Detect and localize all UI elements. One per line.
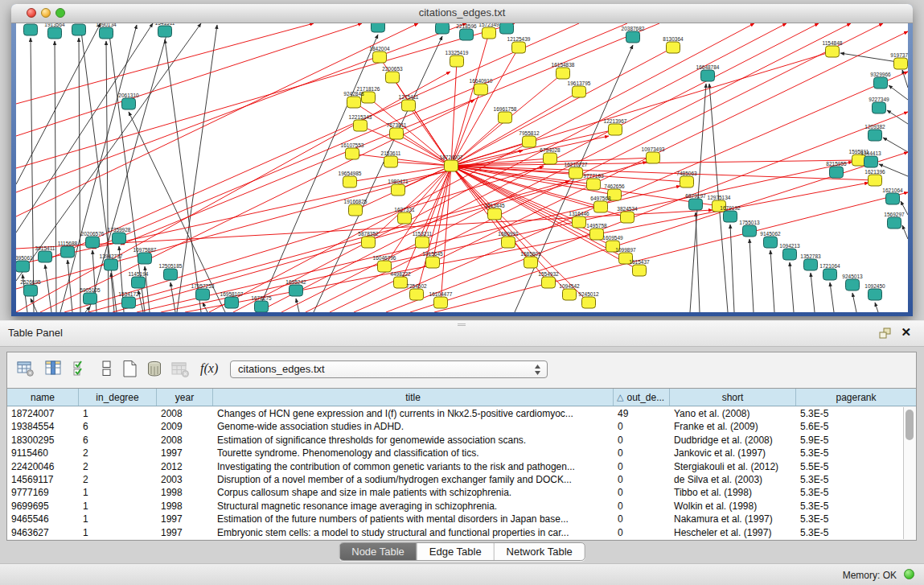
cell-title[interactable]: Estimation of significance thresholds fo…: [213, 434, 614, 447]
graph-node[interactable]: [573, 216, 586, 228]
cell-in_degree[interactable]: 1: [79, 513, 157, 525]
cell-title[interactable]: Estimation of the future numbers of pati…: [213, 513, 614, 525]
graph-node[interactable]: [743, 225, 757, 237]
cell-name[interactable]: 18724007: [7, 407, 79, 420]
cell-title[interactable]: Disruption of a novel member of a sodium…: [213, 473, 614, 486]
cell-name[interactable]: 19384554: [7, 420, 79, 433]
tab-edge-table[interactable]: Edge Table: [417, 543, 495, 560]
graph-node[interactable]: [164, 269, 178, 280]
graph-node[interactable]: [823, 269, 837, 280]
graph-node[interactable]: [626, 31, 640, 43]
graph-edge[interactable]: [434, 192, 908, 312]
graph-node[interactable]: [122, 297, 136, 308]
cell-short[interactable]: Franke et al. (2009): [670, 420, 796, 433]
graph-edge[interactable]: [177, 25, 217, 312]
graph-node[interactable]: [556, 68, 570, 79]
table-row[interactable]: 977716911998Corpus callosum shape and si…: [7, 486, 904, 499]
cell-out_degree[interactable]: 0: [614, 447, 670, 459]
graph-node[interactable]: [410, 289, 424, 300]
graph-edge[interactable]: [749, 239, 754, 312]
cell-title[interactable]: Structural magnetic resonance image aver…: [213, 500, 614, 513]
graph-edge[interactable]: [296, 299, 299, 312]
cell-year[interactable]: 1998: [157, 486, 213, 499]
graph-node[interactable]: [378, 261, 392, 272]
cell-in_degree[interactable]: 2: [79, 460, 157, 473]
graph-node[interactable]: [434, 297, 448, 308]
graph-node[interactable]: [689, 199, 703, 210]
graph-node[interactable]: [398, 212, 412, 224]
cell-short[interactable]: Wolkin et al. (1998): [670, 500, 796, 513]
graph-node[interactable]: [16, 261, 30, 272]
graph-node[interactable]: [633, 265, 647, 276]
cell-pagerank[interactable]: 5.9E-5: [796, 434, 904, 447]
graph-node[interactable]: [826, 46, 840, 57]
graph-node[interactable]: [864, 156, 878, 167]
table-row[interactable]: 1938455462009Genome-wide association stu…: [7, 420, 904, 433]
graph-node[interactable]: [594, 201, 608, 212]
graph-node[interactable]: [846, 279, 860, 290]
cell-out_degree[interactable]: 0: [614, 526, 670, 539]
graph-node[interactable]: [354, 120, 368, 131]
graph-edge[interactable]: [830, 282, 834, 312]
cell-short[interactable]: Jankovic et al. (1997): [670, 447, 796, 459]
graph-node[interactable]: [39, 251, 52, 262]
cell-year[interactable]: 2003: [157, 473, 213, 486]
graph-node[interactable]: [460, 29, 474, 40]
cell-short[interactable]: de Silva et al. (2003): [670, 473, 796, 486]
close-panel-icon[interactable]: ✕: [901, 325, 911, 340]
cell-pagerank[interactable]: 5.3E-5: [796, 500, 904, 513]
graph-node[interactable]: [61, 246, 75, 257]
graph-node[interactable]: [372, 23, 385, 32]
cell-year[interactable]: 2012: [157, 460, 213, 473]
graph-node[interactable]: [416, 237, 429, 248]
graph-node[interactable]: [869, 175, 882, 186]
cell-pagerank[interactable]: 5.3E-5: [796, 486, 904, 499]
graph-node[interactable]: [830, 167, 844, 178]
panel-resize-grip[interactable]: [458, 323, 466, 328]
graph-node[interactable]: [502, 237, 515, 248]
table-row[interactable]: 969969511998Structural magnetic resonanc…: [7, 500, 904, 513]
graph-node[interactable]: [569, 167, 583, 179]
graph-edge[interactable]: [170, 282, 175, 312]
cell-in_degree[interactable]: 1: [79, 500, 157, 513]
graph-edge[interactable]: [203, 303, 207, 312]
cell-title[interactable]: Embryonic stem cells: a model to study s…: [213, 526, 614, 539]
cell-short[interactable]: Yano et al. (2008): [670, 407, 796, 420]
cell-year[interactable]: 1997: [157, 526, 213, 539]
cell-year[interactable]: 2008: [157, 434, 213, 447]
graph-edge[interactable]: [16, 23, 515, 168]
scrollbar-thumb[interactable]: [906, 410, 914, 440]
table-row[interactable]: 1456911722003Disruption of a novel membe…: [7, 473, 904, 486]
float-panel-icon[interactable]: [879, 328, 892, 343]
table-source-dropdown[interactable]: citations_edges.txt: [230, 360, 548, 378]
graph-node[interactable]: [680, 176, 694, 187]
table-row[interactable]: 2242004622012Investigating the contribut…: [7, 460, 904, 473]
cell-out_degree[interactable]: 0: [614, 420, 670, 433]
graph-edge[interactable]: [31, 38, 34, 312]
cell-pagerank[interactable]: 5.3E-5: [796, 473, 904, 486]
graph-node[interactable]: [512, 42, 526, 53]
tab-network-table[interactable]: Network Table: [495, 543, 585, 560]
cell-name[interactable]: 9465546: [7, 513, 79, 525]
graph-node[interactable]: [138, 253, 152, 264]
graph-edge[interactable]: [852, 293, 856, 312]
table-row[interactable]: 1830029562008Estimation of significance …: [7, 434, 904, 447]
column-header-name[interactable]: name: [7, 389, 79, 406]
cell-pagerank[interactable]: 5.5E-5: [796, 460, 904, 473]
cell-short[interactable]: Stergiakouli et al. (2012): [670, 460, 796, 473]
graph-node[interactable]: [84, 293, 97, 304]
cell-short[interactable]: Tibbo et al. (1998): [670, 486, 796, 499]
cell-year[interactable]: 1997: [157, 513, 213, 525]
select-columns-icon[interactable]: [73, 360, 91, 381]
graph-node[interactable]: [384, 156, 398, 167]
graph-node[interactable]: [343, 176, 357, 187]
cell-out_degree[interactable]: 49: [614, 407, 670, 420]
cell-name[interactable]: 18300295: [7, 434, 79, 447]
new-table-icon[interactable]: [121, 360, 140, 382]
window-titlebar[interactable]: citations_edges.txt: [11, 4, 913, 23]
graph-node[interactable]: [783, 249, 797, 260]
graph-edge[interactable]: [106, 41, 109, 312]
cell-in_degree[interactable]: 2: [79, 447, 157, 459]
graph-node[interactable]: [390, 128, 404, 139]
graph-node[interactable]: [563, 289, 577, 300]
